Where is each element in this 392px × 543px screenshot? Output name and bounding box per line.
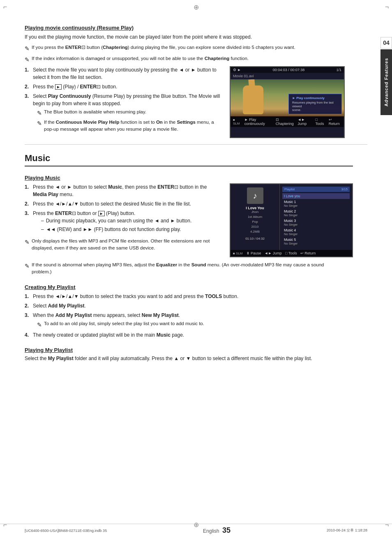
music-bullet-1: – During music playback, you can search … [41,217,221,224]
playlist-label: Playlist [284,187,295,191]
play-playlist-text: Select the My Playlist folder and it wil… [25,356,353,361]
resume-popup: ► Play continuously Resumes playing from… [288,94,342,114]
section1-note1: ✎ If you press the ENTER⊡ button (Chapte… [25,44,353,53]
step-content-1-3: Select Play Continuously (Resume Play) b… [33,92,221,133]
now-playing-title: I Love You [246,206,264,210]
music-note2: ✎ If the sound is abnormal when playing … [25,261,339,276]
page-number-area: English 35 [203,526,231,535]
step-num-1-2: 2. [25,83,33,90]
cp-step-content-4: The newly created or updated playlist wi… [33,331,353,339]
music-screen-bottombar: ■ SLM ⏸ Pause ◄► Jump □ Tools ↩ Return [231,250,352,256]
playlist-item-2: Music 2 No Singer [282,208,350,218]
cp-step-4: 4. The newly created or updated playlist… [25,331,353,339]
music-header: Music [25,153,353,166]
section-play-playlist: Playing My Playlist Select the My Playli… [25,347,353,361]
section-divider [25,144,367,145]
section1-steps: 1. Select the movie file you want to pla… [25,66,221,138]
page-number-label: English [203,528,219,534]
section1-note2: ✎ If the index information is damaged or… [25,55,353,64]
step-1-3-subnote2: ✎ If the Continuous Movie Play Help func… [33,119,221,133]
section-music: Music Playing Music 1. Press the ◄ or ► … [25,153,353,276]
now-playing-year: 2010 [251,225,259,229]
cp-step-content-2: Select Add My Playlist. [33,302,353,310]
step-num-1-3: 3. [25,92,33,100]
chapter-tab-number: 04 [380,37,392,49]
music-step-2: 2. Press the ◄/►/▲/▼ button to select th… [25,200,221,208]
chapter-tab-label: Advanced Features [384,58,389,106]
create-playlist-header: Creating My Playlist [25,284,353,290]
music-list: 1. Press the ◄ or ► button to select Mus… [25,183,221,234]
music-step-content-1: Press the ◄ or ► button to select Music,… [33,183,221,198]
section1-note2-text: If the index information is damaged or u… [32,55,249,62]
cp-step-1: 1. Press the ◄/►/▲/▼ button to select th… [25,293,353,300]
cp-step-content-1: Press the ◄/►/▲/▼ button to select the t… [33,293,353,300]
music-step-content-2: Press the ◄/►/▲/▼ button to select the d… [33,200,221,208]
cp-step-num-3: 3. [25,312,33,319]
playlist-item-5: Music 5 No Singer [282,237,350,246]
page-footer: [UC6400-6500-USA]BN68-02711E-03Eng.indb … [0,524,392,537]
music-step-3: 3. Press the ENTER⊡ button or ► (Play) b… [25,210,221,234]
now-playing-size: 4.2MB [250,230,260,233]
screen1-filename: Movie 01.avi [231,73,344,79]
step-1-3: 3. Select Play Continuously (Resume Play… [25,92,221,133]
play-playlist-header: Playing My Playlist [25,347,353,353]
step-content-1-2: Press the ► (Play) / ENTER⊡ button. [33,83,221,90]
section1-list: 1. Select the movie file you want to pla… [25,66,221,133]
playlist-item-4: Music 4 No Singer [282,227,350,237]
screen1-bottombar: ■ SLM ► Play continuously ⊡ Chaptering ◄… [231,116,344,127]
music-step-1: 1. Press the ◄ or ► button to select Mus… [25,183,221,198]
playlist-item-1: Music 1 No Singer [282,199,350,208]
footer-right: 2010-06-24 오후 1:18:28 [327,528,367,533]
movie-screenshot: ⚙ ► 00:04:03 / 00:07:38 1/1 Movie 01.avi… [230,66,353,138]
note-icon-2: ✎ [25,55,30,64]
cp-step-num-1: 1. [25,293,33,300]
music-step-num-1: 1. [25,183,33,191]
section1-intro: If you exit the playing movie function, … [25,33,353,41]
section-create-playlist: Creating My Playlist 1. Press the ◄/►/▲/… [25,284,353,339]
playlist-item-0: I Love you [282,193,350,199]
chapter-tab: Advanced Features [380,49,392,115]
popup-title: ► Play continuously [292,96,338,100]
section1-header: Playing movie continuously (Resume Play) [25,25,353,31]
cp-step-3-subnote: ✎ To add to an old play list, simply sel… [33,320,353,329]
giraffe-neck [248,79,256,96]
step-1-3-subnote1: ✎ The Blue button is available when resu… [33,109,221,118]
footer-left: [UC6400-6500-USA]BN68-02711E-03Eng.indb … [25,529,107,533]
music-content: 1. Press the ◄ or ► button to select Mus… [25,183,353,257]
cp-step-num-4: 4. [25,331,33,339]
page-number: 35 [222,526,231,534]
music-screen-inner: ♪ I Love You Jhon 1st Album Pop 2010 4.2… [231,184,352,250]
now-playing-genre: Pop [252,220,258,224]
page-container: Advanced Features 04 Playing movie conti… [0,0,392,543]
cp-step-2: 2. Select Add My Playlist. [25,302,353,310]
step-content-1-1: Select the movie file you want to play c… [33,66,221,81]
playlist-item-3: Music 3 No Singer [282,218,350,227]
tv-screen-1: ⚙ ► 00:04:03 / 00:07:38 1/1 Movie 01.avi… [230,66,345,138]
now-playing-artist: Jhon [251,210,258,214]
playing-music-header: Playing Music [25,175,353,181]
music-step-num-3: 3. [25,210,33,217]
step-1-1: 1. Select the movie file you want to pla… [25,66,221,81]
music-bullet-2: – ◄◄ (REW) and ►► (FF) buttons do not fu… [41,226,221,233]
cp-step-content-3: When the Add My Playlist menu appears, s… [33,312,353,329]
giraffe-scene: ► Play continuously Resumes playing from… [231,79,344,116]
step-1-2: 2. Press the ► (Play) / ENTER⊡ button. [25,83,221,90]
playlist-count: 3/15 [341,187,348,191]
now-playing-panel: ♪ I Love You Jhon 1st Album Pop 2010 4.2… [231,184,280,250]
cp-step-3: 3. When the Add My Playlist menu appears… [25,312,353,329]
step-num-1-1: 1. [25,66,33,74]
music-note1: ✎ Only displays the files with MP3 and P… [25,238,221,252]
playlist-panel: Playlist 3/15 I Love you Music 1 No Sing… [280,184,352,250]
music-step-content-3: Press the ENTER⊡ button or ► (Play) butt… [33,210,221,234]
music-note-icon: ♪ [247,187,263,204]
playlist-header: Playlist 3/15 [282,187,350,192]
music-screen: ♪ I Love You Jhon 1st Album Pop 2010 4.2… [230,183,353,257]
popup-text: Resumes playing from the last viewedscen… [292,101,338,112]
section1-content: 1. Select the movie file you want to pla… [25,66,353,138]
note-icon-1: ✎ [25,44,30,53]
section1-note1-text: If you press the ENTER⊡ button (Chapteri… [32,44,295,51]
music-step-num-2: 2. [25,200,33,208]
create-playlist-list: 1. Press the ◄/►/▲/▼ button to select th… [25,293,353,339]
music-steps: 1. Press the ◄ or ► button to select Mus… [25,183,221,257]
music-screenshot: ♪ I Love You Jhon 1st Album Pop 2010 4.2… [230,183,353,257]
